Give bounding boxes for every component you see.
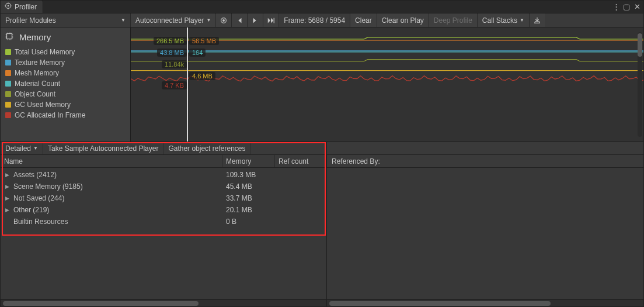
toolbar: Profiler Modules ▼ Autoconnected Player … <box>1 13 643 27</box>
prev-frame-button[interactable] <box>232 13 248 27</box>
module-sidebar: Memory Total Used MemoryTexture MemoryMe… <box>1 27 131 142</box>
referenced-by-header: Referenced By: <box>327 155 643 168</box>
referenced-by-pane: Referenced By: <box>327 142 643 306</box>
legend-swatch <box>5 102 11 108</box>
chart-y-label: 4.6 MB <box>189 72 215 80</box>
current-frame-button[interactable] <box>263 13 279 27</box>
chart-y-label: 56.5 MB <box>189 37 219 45</box>
chart-y-label: 11.84k <box>162 60 187 68</box>
svg-rect-4 <box>7 34 12 39</box>
memory-chart[interactable]: 266.5 MB43.8 MB11.84k4.7 KB 56.5 MB1644.… <box>131 27 643 142</box>
legend-item[interactable]: Material Count <box>4 78 127 89</box>
tab-title: Profiler <box>15 3 37 11</box>
horizontal-scrollbar[interactable] <box>1 299 326 306</box>
legend-item[interactable]: GC Allocated In Frame <box>4 110 127 120</box>
ref-toolbar-spacer <box>327 142 643 155</box>
detail-mode-dropdown[interactable]: Detailed ▼ <box>1 142 43 154</box>
clear-button[interactable]: Clear <box>350 13 377 27</box>
svg-point-1 <box>8 5 9 7</box>
profiler-modules-dropdown[interactable]: Profiler Modules ▼ <box>1 13 131 27</box>
tab-profiler[interactable]: Profiler <box>1 1 43 13</box>
chart-y-label: 266.5 MB <box>154 37 187 45</box>
row-memory: 20.1 MB <box>222 206 275 214</box>
legend-label: GC Used Memory <box>15 101 71 109</box>
vertical-scrollbar[interactable] <box>638 32 642 137</box>
scrollbar-thumb[interactable] <box>638 33 642 57</box>
legend-item[interactable]: GC Used Memory <box>4 99 127 110</box>
tree-row[interactable]: ▶Assets (2412)109.3 MB <box>1 169 326 181</box>
column-name[interactable]: Name <box>1 155 222 167</box>
legend-label: Material Count <box>15 80 60 88</box>
next-frame-button[interactable] <box>248 13 263 27</box>
player-label: Autoconnected Player <box>135 16 204 25</box>
row-memory: 33.7 MB <box>222 194 275 202</box>
maximize-icon[interactable]: ▢ <box>622 1 631 13</box>
expand-arrow-icon[interactable]: ▶ <box>5 207 11 213</box>
row-name: Scene Memory (9185) <box>13 182 83 191</box>
scrollbar-thumb[interactable] <box>3 301 199 306</box>
take-sample-button[interactable]: Take Sample Autoconnected Player <box>43 142 163 154</box>
column-memory[interactable]: Memory <box>222 155 275 167</box>
record-button[interactable] <box>216 13 232 27</box>
legend-item[interactable]: Mesh Memory <box>4 68 127 78</box>
legend-swatch <box>5 91 11 97</box>
svg-point-3 <box>222 19 225 22</box>
detail-pane: Detailed ▼ Take Sample Autoconnected Pla… <box>1 142 327 306</box>
legend-swatch <box>5 70 11 76</box>
chevron-down-icon: ▼ <box>33 146 38 151</box>
detail-columns: Name Memory Ref count <box>1 155 326 168</box>
row-name: Other (219) <box>13 206 49 214</box>
tree-row[interactable]: ▶Not Saved (244)33.7 MB <box>1 192 326 204</box>
expand-arrow-icon[interactable]: ▶ <box>5 184 11 189</box>
frame-cursor[interactable] <box>187 27 188 142</box>
legend-label: Mesh Memory <box>15 69 59 77</box>
profiler-modules-label: Profiler Modules <box>5 16 56 25</box>
tree-row[interactable]: ▶Scene Memory (9185)45.4 MB <box>1 181 326 192</box>
legend-item[interactable]: Total Used Memory <box>4 47 127 57</box>
legend-swatch <box>5 49 11 55</box>
expand-arrow-icon[interactable]: ▶ <box>5 172 11 178</box>
save-load-button[interactable] <box>530 13 545 27</box>
chart-y-label: 4.7 KB <box>162 81 187 89</box>
row-memory: 109.3 MB <box>222 171 275 179</box>
player-dropdown[interactable]: Autoconnected Player ▼ <box>131 13 216 27</box>
detail-toolbar: Detailed ▼ Take Sample Autoconnected Pla… <box>1 142 326 155</box>
legend-swatch <box>5 112 11 118</box>
scrollbar-thumb[interactable] <box>329 301 551 306</box>
legend-item[interactable]: Object Count <box>4 89 127 99</box>
profiler-icon <box>4 2 12 12</box>
call-stacks-dropdown[interactable]: Call Stacks ▼ <box>478 13 530 27</box>
row-name: Builtin Resources <box>13 218 68 226</box>
row-memory: 45.4 MB <box>222 182 275 191</box>
legend-label: GC Allocated In Frame <box>15 111 85 119</box>
close-icon[interactable]: ✕ <box>633 1 641 13</box>
module-title: Memory <box>19 32 51 42</box>
row-memory: 0 B <box>222 218 275 226</box>
gather-references-button[interactable]: Gather object references <box>163 142 250 154</box>
memory-chip-icon <box>4 31 15 43</box>
legend-swatch <box>5 60 11 65</box>
column-refcount[interactable]: Ref count <box>275 155 326 167</box>
legend-swatch <box>5 81 11 87</box>
expand-arrow-icon[interactable]: ▶ <box>5 195 11 201</box>
detail-tree[interactable]: ▶Assets (2412)109.3 MB▶Scene Memory (918… <box>1 168 326 299</box>
horizontal-scrollbar[interactable] <box>327 299 643 306</box>
module-header-memory[interactable]: Memory <box>1 27 130 47</box>
tree-row[interactable]: Builtin Resources0 B <box>1 216 326 227</box>
chart-y-label: 164 <box>189 49 206 57</box>
tree-row[interactable]: ▶Other (219)20.1 MB <box>1 204 326 216</box>
row-name: Assets (2412) <box>13 171 57 179</box>
legend-label: Object Count <box>15 90 55 98</box>
context-menu-icon[interactable]: ⋮ <box>612 1 620 13</box>
chevron-down-icon: ▼ <box>206 18 211 23</box>
frame-label: Frame: 5688 / 5954 <box>279 13 350 27</box>
legend-label: Texture Memory <box>15 58 65 67</box>
window-controls: ⋮ ▢ ✕ <box>612 1 643 13</box>
clear-on-play-button[interactable]: Clear on Play <box>377 13 429 27</box>
chevron-down-icon: ▼ <box>520 18 524 23</box>
deep-profile-button[interactable]: Deep Profile <box>429 13 478 27</box>
chart-y-label: 43.8 MB <box>157 49 187 57</box>
legend-item[interactable]: Texture Memory <box>4 57 127 68</box>
referenced-by-content <box>327 168 643 299</box>
chevron-down-icon: ▼ <box>121 18 126 23</box>
